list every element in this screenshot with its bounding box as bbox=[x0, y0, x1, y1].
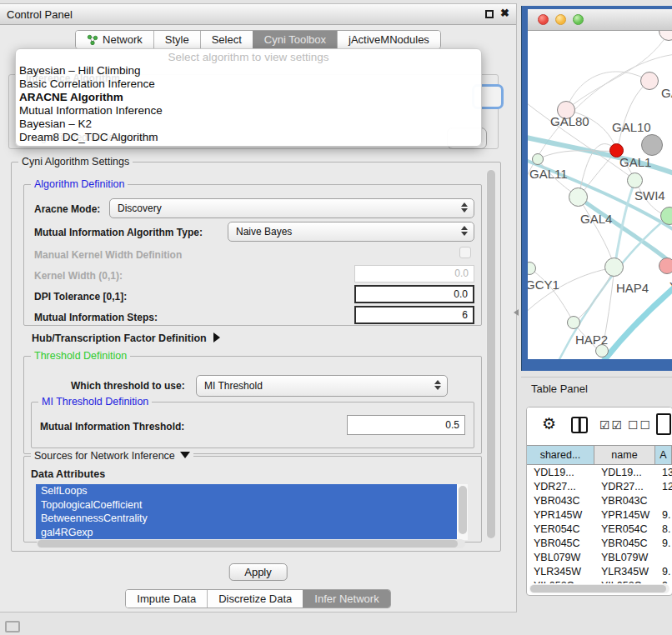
list-item[interactable]: gal4RGexp bbox=[36, 526, 457, 540]
hub-transcription-factor-expander[interactable]: Hub/Transcription Factor Definition bbox=[32, 332, 220, 344]
mi-threshold-definition-group: MI Threshold Definition Mutual Informati… bbox=[31, 402, 474, 448]
stepper-icon bbox=[461, 202, 468, 212]
list-item[interactable]: TopologicalCoefficient bbox=[36, 498, 457, 512]
which-threshold-combobox[interactable]: MI Threshold bbox=[196, 375, 448, 397]
zoom-traffic-light-icon[interactable] bbox=[573, 14, 584, 25]
network-node-gal11[interactable] bbox=[532, 153, 544, 165]
table-panel-title: Table Panel bbox=[531, 382, 588, 395]
node-label: GAL11 bbox=[529, 167, 568, 181]
settings-vertical-scrollbar[interactable] bbox=[486, 169, 496, 539]
tab-cyni-toolbox[interactable]: Cyni Toolbox bbox=[253, 31, 337, 48]
table-row[interactable]: YDR27...YDR27...12 bbox=[527, 480, 672, 494]
column-header-name[interactable]: name bbox=[594, 446, 655, 464]
apply-button[interactable]: Apply bbox=[228, 563, 288, 581]
control-panel: Control Panel ✖ Network bbox=[0, 3, 517, 612]
network-node-hap2[interactable] bbox=[567, 316, 580, 329]
network-window-titlebar[interactable] bbox=[528, 9, 672, 31]
column-header-clipped[interactable]: A bbox=[655, 446, 672, 464]
algorithm-placeholder: Select algorithm to view settings bbox=[16, 51, 481, 64]
algorithm-option[interactable]: Mutual Information Inference bbox=[16, 104, 481, 118]
network-node-hap4[interactable] bbox=[604, 258, 624, 277]
table-panel-card: ⚙ ☑☑ ☐☐ shared... name A YDL19...YDL19..… bbox=[526, 407, 672, 596]
control-panel-title: Control Panel bbox=[7, 4, 73, 25]
export-table-icon[interactable] bbox=[656, 413, 671, 435]
tab-jactivemnodules[interactable]: jActiveMNodules bbox=[337, 31, 440, 48]
close-icon[interactable]: ✖ bbox=[500, 7, 509, 19]
algorithm-definition-legend: Algorithm Definition bbox=[31, 178, 128, 190]
deselect-all-checkboxes-icon[interactable]: ☐☐ bbox=[628, 418, 652, 432]
docked-panel-icon[interactable] bbox=[5, 621, 20, 632]
tab-impute-data[interactable]: Impute Data bbox=[126, 590, 207, 608]
network-node-gal1[interactable] bbox=[627, 172, 643, 188]
data-attributes-label: Data Attributes bbox=[31, 468, 105, 480]
network-node-gal4[interactable] bbox=[569, 188, 588, 207]
select-all-checkboxes-icon[interactable]: ☑☑ bbox=[599, 418, 624, 432]
algorithm-dropdown-popup: Select algorithm to view settings Bayesi… bbox=[15, 48, 482, 147]
list-item[interactable]: SelfLoops bbox=[36, 484, 457, 498]
mi-algorithm-type-combobox[interactable]: Naive Bayes bbox=[228, 222, 474, 242]
algorithm-option[interactable]: Bayesian – K2 bbox=[16, 118, 481, 131]
manual-kernel-width-checkbox[interactable] bbox=[459, 247, 471, 258]
table-horizontal-scrollbar[interactable] bbox=[529, 584, 669, 593]
network-canvas[interactable]: GAL GAL80 GAL10 GAL1 GAL11 SWI4 GAL4 GCY… bbox=[528, 31, 672, 359]
algorithm-definition-group: Algorithm Definition Aracne Mode: Discov… bbox=[23, 184, 482, 326]
tab-style[interactable]: Style bbox=[153, 31, 200, 48]
node-label: GAL4 bbox=[580, 212, 612, 226]
column-layout-icon[interactable] bbox=[571, 417, 588, 433]
network-window: GAL GAL80 GAL10 GAL1 GAL11 SWI4 GAL4 GCY… bbox=[528, 9, 672, 359]
mi-threshold-field[interactable]: 0.5 bbox=[347, 415, 465, 435]
network-icon bbox=[87, 34, 98, 46]
mi-threshold-definition-legend: MI Threshold Definition bbox=[38, 396, 152, 408]
tab-discretize-data[interactable]: Discretize Data bbox=[207, 590, 303, 608]
network-node-gal10[interactable] bbox=[641, 134, 663, 156]
column-header-shared-name[interactable]: shared... bbox=[527, 446, 594, 464]
control-panel-tabbar: Network Style Select Cyni Toolbox jActiv… bbox=[0, 30, 516, 50]
dpi-tolerance-label: DPI Tolerance [0,1]: bbox=[34, 291, 127, 302]
network-node[interactable] bbox=[659, 258, 672, 274]
kernel-width-field[interactable]: 0.0 bbox=[354, 265, 474, 282]
table-header-row: shared... name A bbox=[527, 445, 672, 465]
list-vertical-scrollbar[interactable] bbox=[458, 484, 468, 540]
aracne-mode-combobox[interactable]: Discovery bbox=[109, 198, 474, 218]
minimize-traffic-light-icon[interactable] bbox=[555, 14, 566, 25]
list-item[interactable]: BetweennessCentrality bbox=[36, 512, 457, 526]
table-row[interactable]: YDL19...YDL19...13 bbox=[527, 466, 672, 480]
ghost-inference-algorithm-label: Inference Algorithm bbox=[26, 72, 120, 84]
node-label: GAL bbox=[661, 86, 672, 100]
table-body[interactable]: YDL19...YDL19...13 YDR27...YDR27...12 YB… bbox=[527, 466, 672, 583]
table-row[interactable]: YIL052CYIL052C9 bbox=[527, 579, 672, 583]
algorithm-option-selected[interactable]: ARACNE Algorithm bbox=[16, 91, 481, 104]
sources-legend[interactable]: Sources for Network Inference bbox=[31, 450, 193, 462]
mi-steps-label: Mutual Information Steps: bbox=[34, 312, 158, 323]
settings-horizontal-scrollbar[interactable] bbox=[37, 539, 465, 548]
node-label: SWI4 bbox=[634, 188, 665, 202]
table-row[interactable]: YPR145WYPR145W9. bbox=[527, 508, 672, 522]
dpi-tolerance-field[interactable]: 0.0 bbox=[354, 285, 474, 303]
cyni-settings-legend: Cyni Algorithm Settings bbox=[18, 156, 133, 168]
tab-network-label: Network bbox=[103, 33, 143, 46]
gear-icon[interactable]: ⚙ bbox=[542, 414, 556, 433]
tab-infer-network[interactable]: Infer Network bbox=[303, 590, 389, 608]
table-row[interactable]: YER054CYER054C8. bbox=[527, 522, 672, 537]
table-row[interactable]: YBR045CYBR045C9. bbox=[527, 537, 672, 551]
node-label: GAL80 bbox=[550, 114, 589, 128]
splitter-collapse-icon[interactable] bbox=[514, 309, 519, 316]
node-label: HAP4 bbox=[616, 281, 649, 295]
tab-select[interactable]: Select bbox=[200, 31, 253, 48]
table-row[interactable]: YBR043CYBR043C bbox=[527, 494, 672, 508]
sources-group: Sources for Network Inference Data Attri… bbox=[23, 456, 482, 542]
data-attributes-list[interactable]: SelfLoops TopologicalCoefficient Between… bbox=[36, 484, 468, 540]
network-view-frame: GAL GAL80 GAL10 GAL1 GAL11 SWI4 GAL4 GCY… bbox=[521, 6, 672, 371]
table-row[interactable]: YLR345WYLR345W9. bbox=[527, 565, 672, 579]
mi-steps-field[interactable]: 6 bbox=[354, 306, 474, 324]
network-node[interactable] bbox=[640, 72, 659, 90]
manual-kernel-width-label: Manual Kernel Width Definition bbox=[34, 249, 182, 261]
table-row[interactable]: YBL079WYBL079W bbox=[527, 551, 672, 565]
node-label: GCY1 bbox=[528, 278, 559, 292]
float-window-icon[interactable] bbox=[485, 10, 494, 18]
tab-network[interactable]: Network bbox=[76, 31, 153, 48]
table-toolbar: ⚙ ☑☑ ☐☐ bbox=[527, 408, 672, 445]
close-traffic-light-icon[interactable] bbox=[538, 14, 549, 25]
threshold-definition-group: Threshold Definition Which threshold to … bbox=[23, 356, 482, 454]
table-panel-separator bbox=[521, 377, 672, 378]
